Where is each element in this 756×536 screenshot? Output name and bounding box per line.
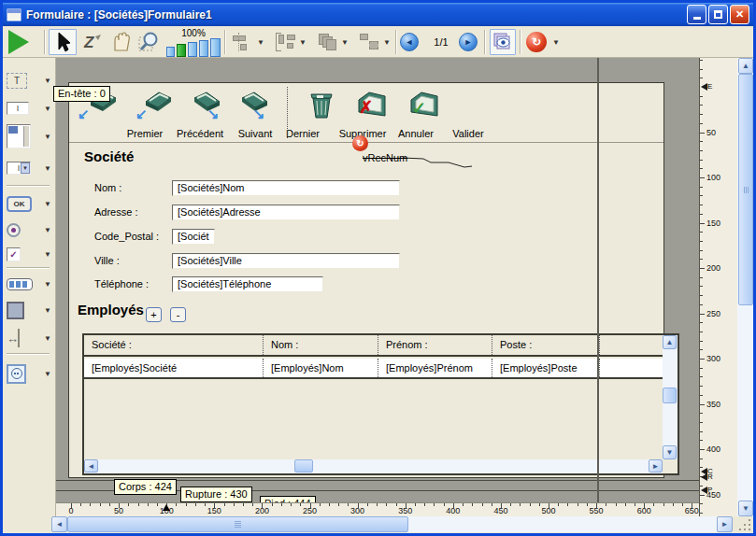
entete-band-tag[interactable]: En-tête : 0 [53,86,110,102]
align-menu-button[interactable]: ▼ [230,29,267,55]
previous-page-button[interactable]: ◄ [400,29,419,55]
run-test-button[interactable] [8,29,29,55]
toolbar-separator [224,30,226,54]
ruler-minor-tick [700,422,703,423]
table-cell[interactable]: [Employés]Nom [264,359,378,377]
scroll-thumb[interactable] [294,459,313,473]
create-progress-button[interactable]: ▼ [7,273,53,295]
scroll-right-button[interactable]: ► [649,459,663,473]
vrecnum-variable[interactable]: vRecNum [363,152,407,163]
nom-field[interactable]: [Sociétés]Nom [172,180,400,196]
close-button[interactable]: ✕ [730,5,749,24]
scroll-up-button[interactable]: ▲ [738,58,753,74]
scroll-down-button[interactable]: ▼ [738,501,753,516]
table-vertical-scrollbar[interactable]: ▲ ▼ [663,335,678,459]
window-resize-grip[interactable] [737,516,753,533]
scroll-thumb[interactable] [738,74,753,305]
preview-button[interactable] [490,29,516,55]
order-menu-button[interactable]: ▼ [314,29,351,55]
ruler-minor-tick [148,503,149,506]
rupture-band-tag[interactable]: Rupture : 430 [180,487,252,502]
select-tool-button[interactable] [49,29,77,55]
form-button-valider[interactable]: ✓ Valider [397,87,451,141]
remove-row-button[interactable]: - [170,307,186,322]
add-row-button[interactable]: + [146,307,162,322]
pied-band-tag[interactable]: Pied : 444 [260,496,316,502]
ruler-tick-label: 350 [398,506,412,515]
title-bar[interactable]: Formulaire : [Sociétés]Formulaire1 ✕ [3,3,753,26]
size-menu-button[interactable]: ▼ [356,29,393,55]
create-radio-button[interactable]: ▼ [7,219,53,241]
rectangle-icon [7,302,24,319]
ruler-minor-tick [195,503,196,506]
table-horizontal-scrollbar[interactable]: ◄ ► [84,459,663,473]
telephone-field[interactable]: [Sociétés]Téléphone [172,276,323,292]
column-header[interactable]: Prénom : [378,335,492,355]
ruler-minor-tick [700,277,703,278]
adresse-field[interactable]: [Sociétés]Adresse [172,205,400,220]
zoom-bar-current[interactable] [177,44,186,57]
tab-order-button[interactable]: Z [79,29,106,55]
form-button-annuler[interactable]: ✗ Annuler [345,87,399,141]
zoom-bars[interactable] [166,38,221,57]
workspace-vertical-scrollbar[interactable]: ▲ ▼ [737,58,753,516]
zoom-bar-5[interactable] [210,38,221,57]
form-width-guide[interactable] [597,58,599,502]
form-button-suivant[interactable]: ↘ Suivant [183,87,237,141]
table-cell[interactable]: [Employés]Poste [492,359,600,377]
corps-band-tag[interactable]: Corps : 424 [114,479,177,495]
scroll-thumb[interactable] [67,516,408,532]
create-checkbox-button[interactable]: ✓▼ [7,243,53,265]
zoom-level-widget[interactable]: 100% [167,29,220,55]
create-edit-button[interactable]: I▼ [7,97,53,120]
vrecnum-binding-icon[interactable]: ↻ [352,135,368,151]
zoom-bar-4[interactable] [199,40,208,57]
justify-menu-button[interactable]: ▼ [272,29,309,55]
ruler-minor-tick [234,503,235,506]
scroll-up-button[interactable]: ▲ [663,335,677,349]
scroll-left-button[interactable]: ◄ [51,516,67,532]
scroll-thumb[interactable] [663,388,677,403]
form-button-supprimer[interactable]: Supprimer [292,87,347,141]
scroll-left-button[interactable]: ◄ [84,459,98,473]
create-splitter-button[interactable]: ↔ ▼ [7,327,53,349]
toolbar-separator [7,267,50,269]
zoom-bar-1[interactable] [166,47,175,57]
ville-field[interactable]: [Sociétés]Ville [172,253,400,269]
ruler-minor-tick [463,503,464,506]
column-header[interactable]: Poste : [492,335,600,355]
form-button-dernier[interactable]: ↘ Dernier [231,87,285,141]
pan-tool-button[interactable] [107,29,134,55]
ruler-minor-tick [434,503,435,506]
create-button-button[interactable]: OK▼ [7,192,53,215]
table-cell[interactable]: [Employés]Prénom [378,359,492,377]
create-combo-button[interactable]: I ▼ ▼ [7,157,53,179]
column-header[interactable]: Nom : [264,335,378,355]
create-list-button[interactable]: ▼ [7,123,53,149]
horizontal-ruler: 050100150200250300350400450500550600650 [56,502,699,516]
workspace-horizontal-scrollbar[interactable]: ◄ ► [3,516,737,533]
ruler-minor-tick [700,440,703,441]
refresh-binding-button[interactable]: ↻▼ [526,29,560,55]
create-custom-control-button[interactable]: ▼ [7,362,53,385]
create-shape-button[interactable]: ▼ [7,299,53,321]
table-cell[interactable]: [Employés]Société [84,359,264,377]
ruler-major-tick [700,449,705,450]
zoom-bar-3[interactable] [188,42,197,57]
maximize-button[interactable] [708,5,728,24]
ruler-minor-tick [616,503,617,506]
minimize-button[interactable] [687,5,706,24]
next-page-button[interactable]: ► [459,29,478,55]
column-header[interactable]: Société : [84,335,264,355]
ruler-minor-tick [300,503,301,506]
ruler-major-tick [700,177,705,178]
zoom-tool-button[interactable] [136,29,164,55]
table-data-row[interactable]: [Employés]Société [Employés]Nom [Employé… [84,359,663,379]
create-label-button[interactable]: T▼ [7,69,53,92]
scroll-right-button[interactable]: ► [717,516,733,532]
code-postal-field[interactable]: [Sociét [172,229,215,245]
employes-table[interactable]: Société : Nom : Prénom : Poste : [Employ… [82,333,679,475]
scroll-down-button[interactable]: ▼ [663,445,677,459]
form-button-precedent[interactable]: ↙ Précédent [128,87,182,141]
ruler-minor-tick [700,376,703,377]
